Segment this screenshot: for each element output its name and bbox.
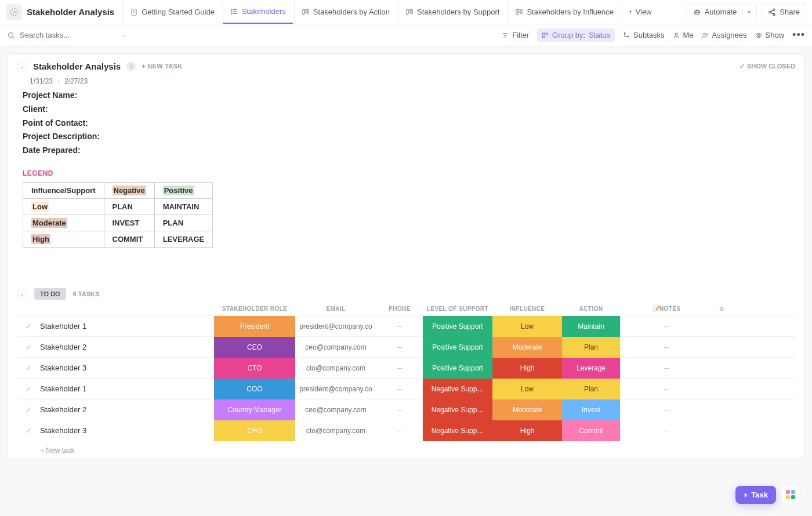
status-pill[interactable]: TO DO xyxy=(34,288,66,300)
email-cell[interactable]: ceo@company.com xyxy=(295,406,376,414)
group-by-button[interactable]: Group by: Status xyxy=(537,28,615,42)
share-button[interactable]: Share xyxy=(762,3,806,20)
col-phone[interactable]: PHONE xyxy=(376,306,423,312)
task-name[interactable]: Stakeholder 1 xyxy=(40,322,214,330)
subtasks-button[interactable]: Subtasks xyxy=(623,31,664,39)
search-input[interactable] xyxy=(20,31,117,39)
phone-cell[interactable]: – xyxy=(376,322,423,330)
tab-getting-started[interactable]: Getting Started Guide xyxy=(122,0,222,24)
support-tag[interactable]: Negative Supp… xyxy=(423,399,492,420)
action-tag[interactable]: Invest xyxy=(562,399,620,420)
email-cell[interactable]: president@company.co xyxy=(295,385,376,393)
tab-by-support[interactable]: Stakeholders by Support xyxy=(398,0,506,24)
add-column-button[interactable]: ⊕ xyxy=(713,306,730,312)
me-button[interactable]: Me xyxy=(673,31,694,39)
task-row[interactable]: ✓Stakeholder 3CFOcto@company.com–Negativ… xyxy=(17,420,795,441)
assignees-button[interactable]: Assignees xyxy=(702,31,747,39)
action-tag[interactable]: Plan xyxy=(562,379,620,399)
role-tag[interactable]: CFO xyxy=(214,420,295,441)
group-collapse-toggle[interactable]: ⌄ xyxy=(17,289,27,299)
svg-point-1 xyxy=(10,9,17,16)
action-tag[interactable]: Maintain xyxy=(562,316,620,337)
phone-cell[interactable]: – xyxy=(376,343,423,351)
info-icon[interactable]: i xyxy=(126,61,136,71)
support-tag[interactable]: Positive Support xyxy=(423,337,492,358)
new-task-fab[interactable]: + Task xyxy=(735,486,776,504)
support-tag[interactable]: Positive Support xyxy=(423,316,492,337)
notes-cell[interactable]: – xyxy=(620,322,713,330)
filter-button[interactable]: Filter xyxy=(502,31,529,39)
task-name[interactable]: Stakeholder 1 xyxy=(40,384,214,393)
task-status-check[interactable]: ✓ xyxy=(17,405,40,414)
notes-cell[interactable]: – xyxy=(620,343,713,351)
notes-cell[interactable]: – xyxy=(620,426,713,435)
new-task-button[interactable]: + NEW TASK xyxy=(142,63,182,70)
task-row[interactable]: ✓Stakeholder 2CEOceo@company.com–Positiv… xyxy=(17,336,795,357)
task-status-check[interactable]: ✓ xyxy=(17,364,40,372)
col-support[interactable]: LEVEL OF SUPPORT xyxy=(423,306,492,312)
show-button[interactable]: Show xyxy=(755,31,785,39)
action-tag[interactable]: Leverage xyxy=(562,358,620,379)
more-menu-button[interactable]: ••• xyxy=(792,29,805,41)
phone-cell[interactable]: – xyxy=(376,364,423,372)
show-closed-button[interactable]: ✓ SHOW CLOSED xyxy=(740,63,795,70)
col-notes[interactable]: 📝NOTES xyxy=(620,306,713,312)
support-tag[interactable]: Positive Support xyxy=(423,358,492,379)
task-name[interactable]: Stakeholder 3 xyxy=(40,426,214,435)
email-cell[interactable]: president@company.co xyxy=(295,322,376,330)
role-tag[interactable]: President xyxy=(214,316,295,337)
task-name[interactable]: Stakeholder 2 xyxy=(40,343,214,351)
task-status-check[interactable]: ✓ xyxy=(17,384,40,393)
task-status-check[interactable]: ✓ xyxy=(17,426,40,435)
col-role[interactable]: STAKEHOLDER ROLE xyxy=(214,306,295,312)
influence-tag[interactable]: Moderate xyxy=(492,337,562,358)
role-tag[interactable]: CTO xyxy=(214,358,295,379)
space-icon[interactable] xyxy=(6,4,22,20)
tab-stakeholders[interactable]: Stakeholders xyxy=(223,0,293,24)
add-view-button[interactable]: + View xyxy=(622,0,658,24)
new-task-row[interactable]: + New task xyxy=(17,441,795,455)
support-tag[interactable]: Negative Supp… xyxy=(423,420,492,441)
influence-tag[interactable]: Moderate xyxy=(492,399,562,420)
legend-title: LEGEND xyxy=(23,169,795,177)
role-tag[interactable]: COO xyxy=(214,379,295,399)
notes-cell[interactable]: – xyxy=(620,384,713,393)
task-row[interactable]: ✓Stakeholder 3CTOcto@company.com–Positiv… xyxy=(17,357,795,378)
task-status-check[interactable]: ✓ xyxy=(17,322,40,330)
tab-by-action[interactable]: Stakeholders by Action xyxy=(294,0,397,24)
task-name[interactable]: Stakeholder 2 xyxy=(40,405,214,414)
collapse-toggle[interactable]: ⌄ xyxy=(17,61,27,71)
task-row[interactable]: ✓Stakeholder 2Country Managerceo@company… xyxy=(17,399,795,420)
influence-tag[interactable]: Low xyxy=(492,379,562,399)
chevron-down-icon[interactable]: ▾ xyxy=(742,9,751,15)
phone-cell[interactable]: – xyxy=(376,405,423,414)
role-tag[interactable]: CEO xyxy=(214,337,295,358)
action-tag[interactable]: Commit xyxy=(562,420,620,441)
support-tag[interactable]: Negative Supp… xyxy=(423,379,492,399)
apps-fab[interactable] xyxy=(781,485,800,504)
email-cell[interactable]: cto@company.com xyxy=(295,427,376,435)
influence-tag[interactable]: High xyxy=(492,358,562,379)
email-cell[interactable]: ceo@company.com xyxy=(295,343,376,351)
col-action[interactable]: ACTION xyxy=(562,306,620,312)
influence-tag[interactable]: High xyxy=(492,420,562,441)
svg-point-39 xyxy=(675,33,677,35)
role-tag[interactable]: Country Manager xyxy=(214,399,295,420)
phone-cell[interactable]: – xyxy=(376,426,423,435)
phone-cell[interactable]: – xyxy=(376,384,423,393)
influence-tag[interactable]: Low xyxy=(492,316,562,337)
col-email[interactable]: EMAIL xyxy=(295,306,376,312)
automate-button[interactable]: Automate ▾ xyxy=(687,3,757,20)
task-status-check[interactable]: ✓ xyxy=(17,343,40,351)
col-influence[interactable]: INFLUENCE xyxy=(492,306,562,312)
chevron-down-icon[interactable]: ⌄ xyxy=(122,32,126,38)
action-tag[interactable]: Plan xyxy=(562,337,620,358)
email-cell[interactable]: cto@company.com xyxy=(295,364,376,372)
task-row[interactable]: ✓Stakeholder 1COOpresident@company.co–Ne… xyxy=(17,378,795,399)
task-name[interactable]: Stakeholder 3 xyxy=(40,364,214,372)
notes-cell[interactable]: – xyxy=(620,364,713,372)
date-range[interactable]: 1/31/23 › 2/27/23 xyxy=(30,77,795,85)
task-row[interactable]: ✓Stakeholder 1Presidentpresident@company… xyxy=(17,315,795,336)
notes-cell[interactable]: – xyxy=(620,405,713,414)
tab-by-influence[interactable]: Stakeholders by Influence xyxy=(507,0,621,24)
